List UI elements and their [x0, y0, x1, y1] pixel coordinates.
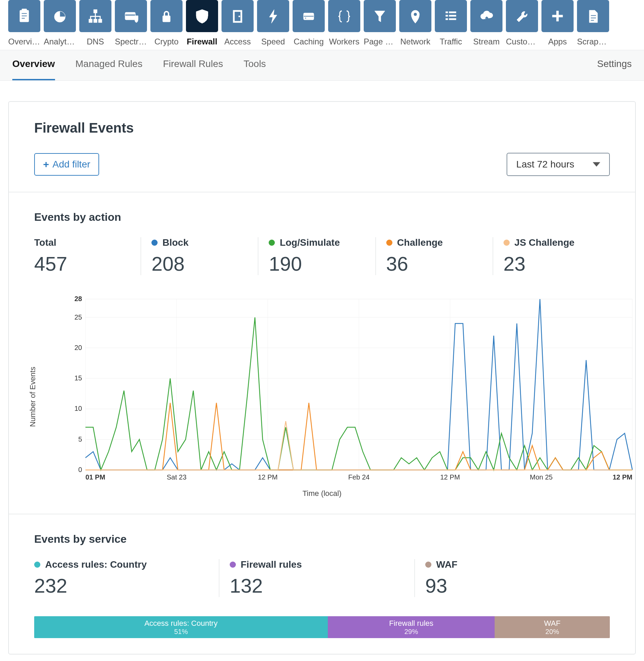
nav-item-analytics[interactable]: Analytics [44, 0, 76, 46]
svg-rect-3 [22, 15, 27, 16]
page-title: Firewall Events [34, 120, 610, 136]
chart-x-axis-label: Time (local) [34, 489, 610, 498]
legend-dot [230, 562, 236, 568]
subtab-firewall-rules[interactable]: Firewall Rules [163, 58, 223, 80]
stat-block: Block208 [151, 237, 258, 275]
nav-item-custom-p-[interactable]: Custom P… [506, 0, 538, 46]
svg-point-15 [239, 16, 240, 17]
svg-rect-27 [552, 15, 563, 17]
nav-label: Page Rules [364, 37, 396, 46]
stat-value: 36 [386, 252, 482, 275]
svg-rect-11 [125, 14, 135, 16]
doc-icon [577, 0, 609, 32]
pie-icon [44, 0, 76, 32]
door-icon [222, 0, 254, 32]
svg-text:25: 25 [75, 313, 82, 321]
service-value: 93 [425, 574, 600, 597]
legend-dot [425, 562, 431, 568]
svg-text:Mon 25: Mon 25 [530, 473, 553, 481]
svg-text:01 PM: 01 PM [85, 473, 105, 481]
svg-rect-22 [446, 15, 448, 16]
svg-rect-21 [449, 12, 456, 13]
svg-rect-7 [89, 19, 92, 23]
nav-label: Scrape S… [577, 37, 609, 46]
events-by-action-section: Events by action Total457Block208Log/Sim… [9, 192, 635, 514]
plus-icon [541, 0, 574, 32]
wrench-icon [506, 0, 538, 32]
subtab-overview[interactable]: Overview [12, 58, 55, 80]
nav-item-speed[interactable]: Speed [257, 0, 289, 46]
service-stat-access-rules-country: Access rules: Country232 [34, 559, 219, 597]
stat-js-challenge: JS Challenge23 [504, 237, 610, 275]
svg-rect-8 [94, 19, 97, 23]
nav-item-dns[interactable]: DNS [79, 0, 111, 46]
bolt-icon [257, 0, 289, 32]
svg-rect-2 [22, 13, 27, 14]
svg-rect-17 [304, 16, 314, 17]
nav-item-caching[interactable]: Caching [293, 0, 325, 46]
nav-item-traffic[interactable]: Traffic [435, 0, 467, 46]
events-line-chart: 05101520252801 PMSat 2312 PMFeb 2412 PMM… [62, 296, 636, 487]
nav-item-firewall[interactable]: Firewall [186, 0, 218, 46]
service-stacked-bar: Access rules: Country51%Firewall rules29… [34, 616, 610, 638]
svg-rect-10 [125, 12, 135, 20]
nav-label: Analytics [44, 37, 76, 46]
plus-icon: + [43, 159, 49, 170]
nav-item-apps[interactable]: Apps [541, 0, 574, 46]
service-stat-waf: WAF93 [425, 559, 610, 597]
nav-item-scrape-s-[interactable]: Scrape S… [577, 0, 609, 46]
svg-rect-9 [98, 19, 102, 23]
shield-icon [186, 0, 218, 32]
nav-item-crypto[interactable]: Crypto [150, 0, 183, 46]
nav-label: Firewall [187, 37, 217, 46]
nav-item-access[interactable]: Access [222, 0, 254, 46]
card-shield-icon [115, 0, 147, 32]
bar-segment-access-rules-country: Access rules: Country51% [34, 616, 328, 638]
svg-rect-25 [449, 18, 456, 20]
add-filter-button[interactable]: + Add filter [34, 153, 99, 176]
service-value: 232 [34, 574, 209, 597]
nav-label: Apps [548, 37, 567, 46]
top-navigation: OverviewAnalyticsDNSSpectrumCryptoFirewa… [0, 0, 644, 50]
svg-rect-23 [449, 15, 456, 16]
nav-label: Crypto [155, 37, 179, 46]
time-range-value: Last 72 hours [516, 159, 574, 170]
nav-label: DNS [87, 37, 104, 46]
svg-rect-4 [22, 18, 25, 19]
segment-pct: 29% [404, 628, 418, 636]
stat-value: 190 [269, 252, 365, 275]
funnel-icon [364, 0, 396, 32]
svg-rect-30 [591, 20, 594, 21]
svg-point-19 [414, 13, 417, 16]
events-chart: Number of Events 05101520252801 PMSat 23… [34, 296, 610, 498]
nav-item-workers[interactable]: Workers [328, 0, 360, 46]
list-icon [435, 0, 467, 32]
segment-label: Firewall rules [389, 619, 433, 628]
lock-icon [150, 0, 183, 32]
stat-value: 457 [34, 252, 130, 275]
stat-log-simulate: Log/Simulate190 [269, 237, 376, 275]
service-stats-row: Access rules: Country232Firewall rules13… [34, 559, 610, 597]
nav-item-stream[interactable]: Stream [470, 0, 502, 46]
service-label: WAF [425, 559, 600, 570]
svg-rect-12 [163, 16, 170, 22]
nav-item-network[interactable]: Network [399, 0, 431, 46]
events-by-service-title: Events by service [34, 533, 610, 545]
segment-pct: 51% [174, 628, 188, 636]
drive-icon [293, 0, 325, 32]
nav-item-overview[interactable]: Overview [8, 0, 40, 46]
subtab-managed-rules[interactable]: Managed Rules [76, 58, 143, 80]
legend-dot [34, 562, 40, 568]
nav-item-spectrum[interactable]: Spectrum [115, 0, 147, 46]
legend-dot [151, 240, 158, 246]
service-stat-firewall-rules: Firewall rules132 [230, 559, 415, 597]
stat-label: JS Challenge [504, 237, 600, 248]
bar-segment-waf: WAF20% [495, 616, 610, 638]
nav-item-page-rules[interactable]: Page Rules [364, 0, 396, 46]
subtab-tools[interactable]: Tools [243, 58, 266, 80]
events-by-action-title: Events by action [34, 211, 610, 224]
svg-text:10: 10 [75, 405, 82, 412]
settings-link[interactable]: Settings [597, 58, 632, 80]
clipboard-icon [8, 0, 40, 32]
time-range-dropdown[interactable]: Last 72 hours [507, 153, 610, 176]
